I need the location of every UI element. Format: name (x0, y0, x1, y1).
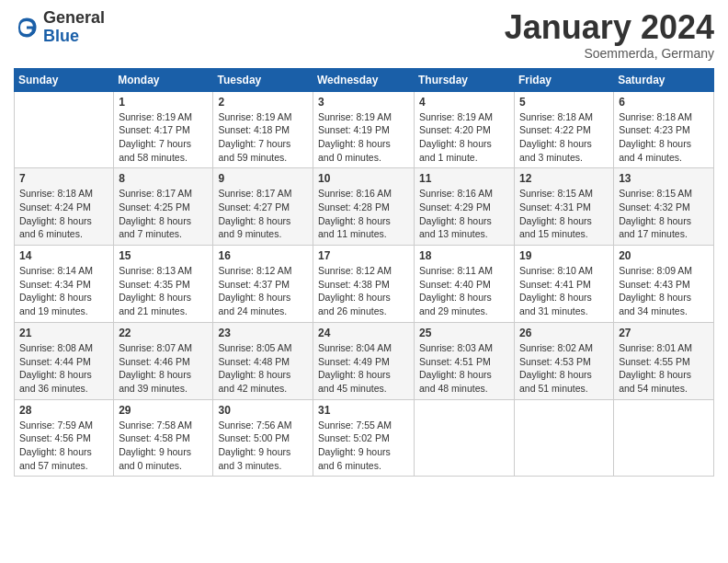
sunset-text: Sunset: 4:29 PM (419, 201, 491, 213)
sunrise-text: Sunrise: 8:02 AM (519, 342, 593, 353)
day-info: Sunrise: 7:55 AM Sunset: 5:02 PM Dayligh… (318, 419, 409, 473)
daylight-text: Daylight: 8 hours and 7 minutes. (119, 215, 191, 240)
day-info: Sunrise: 8:13 AM Sunset: 4:35 PM Dayligh… (119, 264, 208, 318)
daylight-text: Daylight: 8 hours and 24 minutes. (218, 292, 290, 316)
calendar-cell-w4-d3: 31 Sunrise: 7:55 AM Sunset: 5:02 PM Dayl… (313, 399, 415, 477)
day-number: 31 (318, 404, 409, 417)
sunrise-text: Sunrise: 8:03 AM (419, 342, 493, 353)
calendar-cell-w2-d3: 17 Sunrise: 8:12 AM Sunset: 4:38 PM Dayl… (313, 246, 415, 323)
calendar-cell-w3-d6: 27 Sunrise: 8:01 AM Sunset: 4:55 PM Dayl… (614, 322, 714, 399)
day-number: 26 (519, 327, 609, 339)
day-info: Sunrise: 8:18 AM Sunset: 4:23 PM Dayligh… (619, 110, 709, 165)
day-number: 12 (519, 172, 609, 185)
sunrise-text: Sunrise: 8:19 AM (119, 111, 192, 122)
daylight-text: Daylight: 8 hours and 15 minutes. (519, 215, 592, 240)
daylight-text: Daylight: 8 hours and 48 minutes. (419, 369, 492, 394)
calendar-cell-w2-d0: 14 Sunrise: 8:14 AM Sunset: 4:34 PM Dayl… (15, 246, 114, 323)
sunrise-text: Sunrise: 8:16 AM (419, 188, 493, 199)
calendar-week-3: 14 Sunrise: 8:14 AM Sunset: 4:34 PM Dayl… (15, 246, 714, 323)
sunrise-text: Sunrise: 7:58 AM (119, 419, 192, 431)
sunrise-text: Sunrise: 8:16 AM (318, 188, 392, 199)
calendar-week-5: 28 Sunrise: 7:59 AM Sunset: 4:56 PM Dayl… (15, 399, 714, 477)
day-number: 30 (218, 404, 308, 417)
day-info: Sunrise: 8:07 AM Sunset: 4:46 PM Dayligh… (119, 341, 208, 396)
daylight-text: Daylight: 8 hours and 57 minutes. (19, 446, 92, 471)
day-info: Sunrise: 8:19 AM Sunset: 4:18 PM Dayligh… (218, 110, 308, 165)
month-title: January 2024 (505, 9, 714, 46)
day-info: Sunrise: 8:12 AM Sunset: 4:37 PM Dayligh… (218, 264, 308, 318)
calendar-week-1: 1 Sunrise: 8:19 AM Sunset: 4:17 PM Dayli… (15, 91, 714, 168)
sunset-text: Sunset: 4:19 PM (318, 124, 390, 135)
day-number: 1 (119, 96, 208, 109)
sunset-text: Sunset: 4:20 PM (419, 124, 491, 135)
header-monday: Monday (114, 68, 213, 91)
sunset-text: Sunset: 5:00 PM (218, 432, 290, 443)
day-number: 29 (119, 404, 208, 417)
sunrise-text: Sunrise: 8:01 AM (619, 342, 692, 353)
day-info: Sunrise: 8:02 AM Sunset: 4:53 PM Dayligh… (519, 341, 609, 396)
daylight-text: Daylight: 8 hours and 6 minutes. (19, 215, 92, 240)
day-info: Sunrise: 8:19 AM Sunset: 4:17 PM Dayligh… (119, 110, 208, 165)
day-number: 9 (218, 172, 308, 185)
sunset-text: Sunset: 4:34 PM (19, 279, 91, 290)
day-number: 28 (19, 404, 108, 417)
page: General Blue January 2024 Soemmerda, Ger… (0, 0, 728, 563)
sunset-text: Sunset: 4:35 PM (119, 279, 190, 290)
calendar-cell-w2-d4: 18 Sunrise: 8:11 AM Sunset: 4:40 PM Dayl… (415, 246, 515, 323)
sunset-text: Sunset: 4:25 PM (119, 201, 190, 213)
day-number: 14 (19, 249, 108, 262)
sunset-text: Sunset: 4:49 PM (318, 356, 390, 367)
sunrise-text: Sunrise: 7:55 AM (318, 419, 392, 431)
daylight-text: Daylight: 8 hours and 34 minutes. (619, 292, 691, 316)
sunset-text: Sunset: 4:24 PM (19, 201, 91, 213)
day-number: 13 (619, 172, 709, 185)
sunrise-text: Sunrise: 8:19 AM (218, 111, 291, 122)
sunrise-text: Sunrise: 8:09 AM (619, 265, 692, 276)
daylight-text: Daylight: 8 hours and 21 minutes. (119, 292, 191, 316)
day-info: Sunrise: 7:58 AM Sunset: 4:58 PM Dayligh… (119, 419, 208, 473)
calendar-cell-w3-d5: 26 Sunrise: 8:02 AM Sunset: 4:53 PM Dayl… (515, 322, 614, 399)
sunrise-text: Sunrise: 8:12 AM (218, 265, 291, 276)
daylight-text: Daylight: 8 hours and 36 minutes. (19, 369, 92, 394)
calendar-cell-w0-d5: 5 Sunrise: 8:18 AM Sunset: 4:22 PM Dayli… (515, 91, 614, 168)
header-saturday: Saturday (614, 68, 714, 91)
calendar-cell-w4-d6 (614, 399, 714, 477)
day-info: Sunrise: 8:15 AM Sunset: 4:32 PM Dayligh… (619, 187, 709, 241)
sunrise-text: Sunrise: 8:08 AM (19, 342, 93, 353)
day-info: Sunrise: 8:17 AM Sunset: 4:27 PM Dayligh… (218, 187, 308, 241)
calendar-cell-w0-d3: 3 Sunrise: 8:19 AM Sunset: 4:19 PM Dayli… (313, 91, 415, 168)
logo-general-text: General (43, 9, 105, 28)
day-info: Sunrise: 8:01 AM Sunset: 4:55 PM Dayligh… (619, 341, 709, 396)
sunrise-text: Sunrise: 8:13 AM (119, 265, 192, 276)
day-number: 18 (419, 249, 509, 262)
calendar-cell-w3-d1: 22 Sunrise: 8:07 AM Sunset: 4:46 PM Dayl… (114, 322, 213, 399)
day-number: 24 (318, 327, 409, 339)
calendar-cell-w2-d1: 15 Sunrise: 8:13 AM Sunset: 4:35 PM Dayl… (114, 246, 213, 323)
daylight-text: Daylight: 8 hours and 3 minutes. (519, 138, 592, 163)
calendar-cell-w4-d2: 30 Sunrise: 7:56 AM Sunset: 5:00 PM Dayl… (213, 399, 313, 477)
logo-text: General Blue (43, 9, 105, 46)
sunset-text: Sunset: 4:53 PM (519, 356, 591, 367)
day-info: Sunrise: 8:11 AM Sunset: 4:40 PM Dayligh… (419, 264, 509, 318)
day-info: Sunrise: 8:16 AM Sunset: 4:29 PM Dayligh… (419, 187, 509, 241)
day-number: 27 (619, 327, 709, 339)
day-info: Sunrise: 8:12 AM Sunset: 4:38 PM Dayligh… (318, 264, 409, 318)
day-info: Sunrise: 8:17 AM Sunset: 4:25 PM Dayligh… (119, 187, 208, 241)
sunrise-text: Sunrise: 8:04 AM (318, 342, 392, 353)
calendar-week-2: 7 Sunrise: 8:18 AM Sunset: 4:24 PM Dayli… (15, 168, 714, 246)
day-number: 19 (519, 249, 609, 262)
calendar-cell-w1-d4: 11 Sunrise: 8:16 AM Sunset: 4:29 PM Dayl… (415, 168, 515, 246)
day-info: Sunrise: 8:08 AM Sunset: 4:44 PM Dayligh… (19, 341, 108, 396)
day-number: 20 (619, 249, 709, 262)
day-number: 7 (19, 172, 108, 185)
header: General Blue January 2024 Soemmerda, Ger… (14, 9, 714, 61)
day-number: 6 (619, 96, 709, 109)
calendar-cell-w0-d2: 2 Sunrise: 8:19 AM Sunset: 4:18 PM Dayli… (213, 91, 313, 168)
calendar-cell-w3-d3: 24 Sunrise: 8:04 AM Sunset: 4:49 PM Dayl… (313, 322, 415, 399)
daylight-text: Daylight: 8 hours and 26 minutes. (318, 292, 391, 316)
sunset-text: Sunset: 4:51 PM (419, 356, 491, 367)
sunrise-text: Sunrise: 8:18 AM (619, 111, 692, 122)
day-info: Sunrise: 8:05 AM Sunset: 4:48 PM Dayligh… (218, 341, 308, 396)
sunset-text: Sunset: 4:41 PM (519, 279, 591, 290)
calendar-cell-w4-d4 (415, 399, 515, 477)
